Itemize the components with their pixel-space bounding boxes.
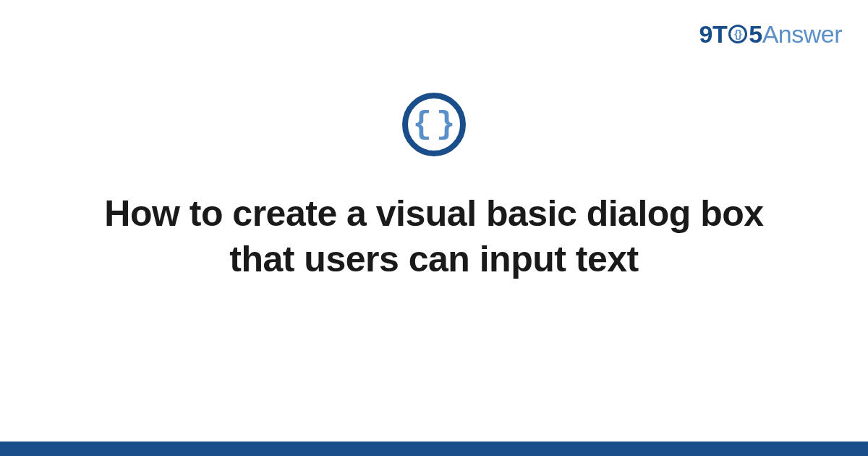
logo-clock-icon: {} [728, 25, 747, 43]
topic-icon-circle: {} [402, 93, 466, 156]
code-braces-icon: {} [409, 109, 460, 140]
logo-text-answer: Answer [762, 20, 842, 48]
site-logo[interactable]: 9T{}5Answer [699, 20, 842, 48]
logo-text-9t: 9T [699, 20, 728, 48]
question-title: How to create a visual basic dialog box … [72, 191, 796, 282]
main-content: {} How to create a visual basic dialog b… [0, 93, 868, 282]
footer-accent-bar [0, 442, 868, 456]
logo-text-5: 5 [749, 20, 762, 48]
